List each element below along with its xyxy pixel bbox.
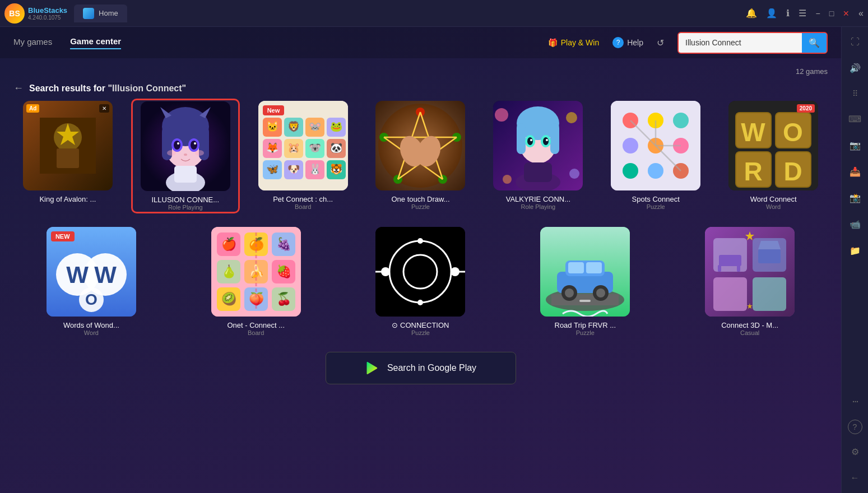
- svg-rect-158: [718, 265, 721, 272]
- svg-text:🥝: 🥝: [221, 291, 236, 306]
- game-genre-valkyrie: Role Playing: [521, 203, 555, 210]
- titlebar: BS BlueStacks 4.240.0.1075 Home 🔔 👤 ℹ ☰ …: [0, 0, 868, 27]
- search-prefix: Search results for: [29, 83, 105, 93]
- game-thumb-valkyrie: [493, 101, 583, 190]
- game-name-onet: Onet - Connect ...: [227, 321, 285, 329]
- help-button[interactable]: ? Help: [612, 37, 643, 48]
- svg-point-138: [417, 238, 423, 244]
- game-card-road-trip[interactable]: Road Trip FRVR ... Puzzle: [507, 225, 663, 338]
- game-thumb-pet: New: [258, 101, 348, 190]
- game-genre-illusion: Role Playing: [168, 204, 203, 211]
- expand-icon[interactable]: «: [858, 8, 864, 18]
- spots-artwork: [611, 101, 700, 190]
- results-count: 12 games: [796, 67, 828, 76]
- sidebar-keyboard-icon[interactable]: ⌨: [845, 110, 865, 128]
- svg-point-17: [184, 154, 187, 156]
- svg-point-14: [191, 141, 197, 150]
- avalon-artwork: [40, 118, 96, 174]
- sidebar-settings-icon[interactable]: ⚙: [848, 443, 862, 461]
- illusion-artwork: [141, 101, 230, 191]
- search-results-title: Search results for "Illusion Connect": [29, 83, 186, 94]
- game-thumb-connection: [375, 227, 465, 317]
- game-thumb-words: NEW W: [47, 227, 136, 317]
- game-card-words-wonder[interactable]: NEW W: [13, 225, 169, 338]
- svg-rect-151: [579, 300, 591, 302]
- svg-point-70: [543, 137, 549, 145]
- game-card-one-touch[interactable]: One touch Draw... Puzzle: [366, 99, 475, 213]
- help-label: Help: [627, 38, 643, 47]
- home-tab-label: Home: [99, 9, 118, 17]
- back-button[interactable]: ←: [13, 82, 24, 94]
- svg-text:W: W: [741, 118, 765, 147]
- search-input[interactable]: [679, 34, 802, 52]
- sidebar-folder-icon[interactable]: 📁: [846, 242, 864, 259]
- game-genre-onet: Board: [248, 329, 264, 336]
- svg-point-139: [417, 300, 423, 305]
- game-thumb-onetouch: [375, 101, 465, 190]
- search-google-play-button[interactable]: Search in Google Play: [326, 352, 516, 384]
- sidebar-screenshot-icon[interactable]: 📸: [846, 189, 864, 207]
- game-thumb-onet: 🍎 🍊 🍇 🍐 🍌 🍓 🥝 🍑 🍒: [211, 227, 301, 317]
- game-thumb-spots: [611, 101, 700, 190]
- game-card-onet[interactable]: 🍎 🍊 🍇 🍐 🍌 🍓 🥝 🍑 🍒: [178, 225, 334, 338]
- svg-text:🐼: 🐼: [330, 142, 343, 154]
- svg-point-76: [569, 169, 579, 179]
- play-win-button[interactable]: 🎁 Play & Win: [548, 38, 599, 47]
- svg-rect-159: [737, 265, 740, 272]
- results-count-row: 12 games: [13, 67, 828, 76]
- profile-icon[interactable]: 👤: [766, 8, 777, 18]
- svg-point-74: [566, 112, 577, 123]
- window-controls: 🔔 👤 ℹ ☰ − □ ✕ «: [746, 8, 864, 18]
- game-card-king-of-avalon[interactable]: Ad ✕ King of Avalon: ...: [13, 99, 122, 213]
- sidebar-back-icon[interactable]: ←: [847, 469, 863, 486]
- nav-my-games[interactable]: My games: [13, 37, 52, 49]
- sidebar-more-icon[interactable]: ···: [848, 391, 861, 411]
- sidebar-video-icon[interactable]: 📹: [846, 216, 864, 233]
- game-genre-connect-3d: Casual: [740, 329, 759, 336]
- game-name-onetouch: One touch Draw...: [391, 195, 449, 203]
- badge-2020: 2020: [797, 104, 815, 113]
- search-wrapper: 🔍: [677, 32, 828, 54]
- help-icon[interactable]: ℹ: [786, 8, 790, 18]
- game-card-valkyrie[interactable]: VALKYRIE CONN... Role Playing: [484, 99, 592, 213]
- game-name-avalon: King of Avalon: ...: [39, 195, 96, 203]
- svg-text:🐹: 🐹: [287, 142, 300, 154]
- navbar: My games Game center 🎁 Play & Win ? Help…: [0, 27, 841, 58]
- sidebar-camera-icon[interactable]: 📷: [846, 137, 864, 154]
- sidebar-volume-icon[interactable]: 🔊: [846, 59, 864, 77]
- game-card-connect-3d[interactable]: Connect 3D - M... Casual: [672, 225, 828, 338]
- nav-actions: 🎁 Play & Win ? Help ↺ 🔍: [548, 32, 828, 54]
- play-win-label: Play & Win: [561, 38, 599, 47]
- svg-text:🐭: 🐭: [309, 120, 322, 133]
- refresh-icon[interactable]: ↺: [657, 38, 664, 48]
- sidebar-download-icon[interactable]: 📥: [846, 163, 864, 180]
- svg-rect-157: [719, 255, 741, 266]
- connection-artwork: [375, 227, 465, 317]
- sidebar-help-icon[interactable]: ?: [848, 420, 862, 434]
- google-play-icon: [365, 360, 380, 376]
- home-tab[interactable]: Home: [74, 4, 127, 22]
- game-card-spots[interactable]: Spots Connect Puzzle: [601, 99, 710, 213]
- brand-version: 4.240.0.1075: [28, 15, 67, 21]
- svg-point-84: [623, 163, 638, 179]
- game-card-word-connect[interactable]: 2020 W O: [719, 99, 828, 213]
- game-card-pet-connect[interactable]: New: [249, 99, 358, 213]
- bell-icon[interactable]: 🔔: [746, 8, 757, 18]
- svg-rect-66: [524, 162, 552, 182]
- svg-rect-156: [753, 277, 786, 311]
- sidebar-grid-icon[interactable]: ⠿: [849, 86, 861, 101]
- sidebar-expand-icon[interactable]: ⛶: [847, 34, 863, 50]
- right-sidebar: ⛶ 🔊 ⠿ ⌨ 📷 📥 📸 📹 📁 ··· ? ⚙ ←: [841, 27, 868, 493]
- maximize-icon[interactable]: □: [829, 9, 834, 18]
- menu-icon[interactable]: ☰: [799, 8, 806, 18]
- breadcrumb: ← Search results for "Illusion Connect": [13, 82, 828, 94]
- search-button[interactable]: 🔍: [802, 33, 827, 53]
- minimize-icon[interactable]: −: [815, 9, 820, 18]
- gift-icon: 🎁: [548, 38, 558, 47]
- game-card-connection[interactable]: ⊙ CONNECTION Puzzle: [343, 225, 499, 338]
- close-icon[interactable]: ✕: [843, 9, 850, 18]
- nav-game-center[interactable]: Game center: [70, 36, 121, 49]
- game-card-illusion-connect[interactable]: ILLUSION CONNE... Role Playing: [131, 99, 240, 213]
- svg-marker-161: [758, 241, 781, 249]
- close-ad-button[interactable]: ✕: [99, 104, 109, 113]
